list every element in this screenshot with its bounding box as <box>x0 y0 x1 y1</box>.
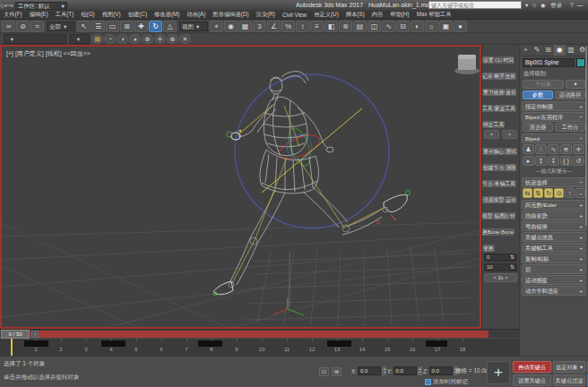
rendered-frame-icon[interactable]: ▣ <box>439 21 453 32</box>
workspace-dropdown[interactable]: 工作区: 默认 ▾ <box>15 2 67 10</box>
menu-item[interactable]: 文件(F) <box>0 11 26 19</box>
set-keys-button[interactable]: + <box>487 361 510 384</box>
strip-button[interactable]: 重力链接 <box>482 89 505 96</box>
help-icon[interactable]: ? <box>570 2 574 8</box>
move-all-mode-icon[interactable]: ✛ <box>573 144 584 154</box>
spinner-arrows-icon[interactable]: ⇅ <box>510 254 514 261</box>
use-pivot-icon[interactable]: ⌖ <box>210 21 223 32</box>
strip-button[interactable]: 变换 <box>482 245 495 252</box>
viewport-canvas[interactable] <box>2 47 480 327</box>
animation-key[interactable] <box>101 340 125 347</box>
selection-filter-dropdown[interactable]: 全部▾ <box>47 22 75 31</box>
rollout-collapsed[interactable]: 关键点信息+ <box>522 232 586 242</box>
strip-button[interactable]: 单轴工具 <box>494 180 516 187</box>
tab-motion[interactable]: ◉ <box>554 45 566 56</box>
z-value-field[interactable]: 0.0 <box>429 366 453 375</box>
menu-item[interactable]: 动画(A) <box>183 11 209 19</box>
row2-icon-7[interactable]: ✕ <box>179 34 191 44</box>
tab-modify[interactable]: ✎ <box>532 45 543 56</box>
select-object-icon[interactable]: ↖ <box>77 21 91 32</box>
strip-spinner[interactable]: 10⇅ <box>484 263 517 271</box>
mirror-icon[interactable]: ◧ <box>324 21 338 32</box>
select-rotate-icon[interactable]: ↻ <box>149 21 162 32</box>
rollout-collapsed[interactable]: 四元数/Euler+ <box>522 200 586 210</box>
row2-icon-2[interactable]: ◑ <box>117 34 128 44</box>
redo-icon[interactable]: ↷ <box>9 4 13 9</box>
strip-button[interactable]: 显示轴心 <box>482 148 505 155</box>
menu-item[interactable]: 渲染(R) <box>253 11 279 19</box>
biped-playback-icon[interactable]: ▸ <box>523 156 534 166</box>
menu-item[interactable]: 内容 <box>368 11 387 19</box>
add-time-tag[interactable]: 添加时间标记 <box>425 378 468 386</box>
spinner-snap-icon[interactable]: ↕ <box>296 21 309 32</box>
strip-spinner[interactable]: 0⇅ <box>484 254 517 262</box>
current-frame-caret[interactable] <box>11 339 13 357</box>
unlink-icon[interactable]: ⊘ <box>16 21 30 32</box>
load-file-icon[interactable]: ↥ <box>535 156 547 166</box>
strip-button[interactable]: 创建节点 <box>482 164 505 171</box>
row2-icon-5[interactable]: ✛ <box>154 34 166 44</box>
parameters-button[interactable]: 参数 <box>523 90 553 99</box>
strip-button[interactable]: 强度模型 <box>482 196 505 203</box>
render-production-icon[interactable]: ● <box>454 21 467 32</box>
curve-editor-icon[interactable]: ∿ <box>382 21 395 32</box>
bind-spacewarp-icon[interactable]: ≈ <box>30 21 44 32</box>
row2-icon-6[interactable]: ⊗ <box>167 34 178 44</box>
select-manipulate-icon[interactable]: ◉ <box>224 21 238 32</box>
menu-item[interactable]: 视图(V) <box>99 11 125 19</box>
window-crossing-icon[interactable]: ⊞ <box>120 21 134 32</box>
figure-mode-icon[interactable]: ♟ <box>523 144 534 154</box>
named-selection-sets-icon[interactable]: ≡ <box>310 21 324 32</box>
strip-button[interactable]: 设置 <box>482 56 495 64</box>
y-value-field[interactable]: 0.0 <box>393 366 417 375</box>
subobject-button[interactable]: 子对象 <box>523 80 564 89</box>
favorites-icon[interactable]: ☆ <box>532 2 537 8</box>
animation-key[interactable] <box>327 340 351 347</box>
isolate-selection-icon[interactable]: ⊡ <box>319 367 329 376</box>
rollout-collapsed[interactable]: 运动捕捉+ <box>522 275 586 285</box>
selection-lock-icon[interactable]: ⊠ <box>332 367 342 376</box>
symmetrical-icon[interactable]: ↑ <box>565 188 575 198</box>
animation-key[interactable] <box>426 340 447 347</box>
menu-item[interactable]: 创建(C) <box>125 11 151 19</box>
next-frame-button[interactable]: > <box>31 331 39 338</box>
menu-item[interactable]: 帮助(H) <box>386 11 412 19</box>
menu-item[interactable]: 图形编辑器(D) <box>209 11 252 19</box>
spinner-icon[interactable]: ▲▼ <box>418 366 422 375</box>
convert-icon[interactable]: ( ) <box>560 156 572 166</box>
strip-arrow-button[interactable]: > <box>502 130 517 139</box>
keyboard-override-icon[interactable]: ▦ <box>238 21 252 32</box>
menu-item[interactable]: 编辑(E) <box>26 11 52 19</box>
lock-com-icon[interactable]: ⊙ <box>554 188 564 198</box>
layer-list-icon[interactable]: ▤ <box>91 34 103 44</box>
row2-icon-3[interactable]: ◕ <box>129 34 141 44</box>
rollout-collapsed[interactable]: 动力学和适应+ <box>522 286 586 296</box>
spinner-icon[interactable]: ▲▼ <box>382 366 386 375</box>
command-panel-scrollbar[interactable] <box>585 47 587 226</box>
strip-button[interactable]: 断开连接 <box>494 73 516 80</box>
perspective-viewport[interactable]: [+] [用户定义] [线框] <<回放>> <box>0 45 481 329</box>
strip-nav-button[interactable]: < 3x > <box>484 273 517 282</box>
save-file-icon[interactable]: ↧ <box>548 156 559 166</box>
key-filters-button[interactable]: 关键点过滤器... <box>553 374 585 386</box>
strip-button[interactable]: (1) <box>495 56 503 64</box>
object-name-field[interactable]: Bip001 Spine <box>523 58 575 67</box>
rollout-collapsed[interactable]: 复制/粘贴+ <box>522 254 586 263</box>
body-vertical-icon[interactable]: ⇅ <box>533 188 543 198</box>
select-move-icon[interactable]: ✚ <box>134 21 148 32</box>
help-search-input[interactable] <box>428 1 522 9</box>
menu-item[interactable]: Max 帮助工具 <box>413 11 455 19</box>
sign-in-button[interactable]: 登录 <box>550 2 562 10</box>
row2-icon-4[interactable]: ⊕ <box>142 34 153 44</box>
set-key-button[interactable]: 设置关键点 <box>513 374 551 386</box>
auto-key-button[interactable]: 自动关键点 <box>513 361 551 373</box>
menu-item[interactable]: 自定义(U) <box>310 11 342 19</box>
opposite-icon[interactable]: → <box>575 188 585 198</box>
user-icon[interactable]: ◉ <box>540 2 546 8</box>
animation-key[interactable] <box>198 340 222 347</box>
select-scale-icon[interactable]: △ <box>163 21 177 32</box>
angle-snap-icon[interactable]: ∠ <box>267 21 281 32</box>
align-icon[interactable]: ≋ <box>339 21 352 32</box>
subobject-level-dropdown[interactable]: ▾ <box>566 80 585 89</box>
reference-coordinate-dropdown[interactable]: 视图▾ <box>179 22 208 31</box>
